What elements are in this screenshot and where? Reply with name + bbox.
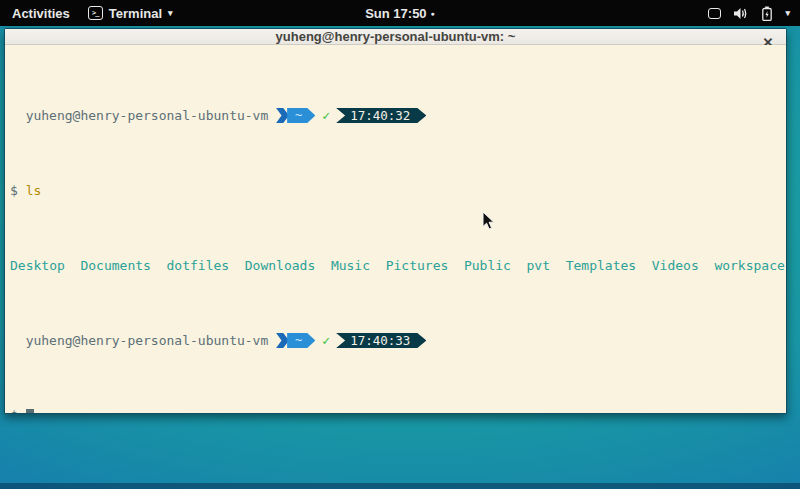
directory-name: Pictures xyxy=(386,258,449,273)
directory-name: dotfiles xyxy=(167,258,230,273)
window-titlebar[interactable]: yuheng@henry-personal-ubuntu-vm: ~ ✕ xyxy=(5,29,786,45)
directory-name: Documents xyxy=(80,258,150,273)
activities-button[interactable]: Activities xyxy=(12,6,70,21)
directory-name: Downloads xyxy=(245,258,315,273)
check-icon: ✓ xyxy=(315,108,336,123)
directory-name: Public xyxy=(464,258,511,273)
clock[interactable]: Sun 17:50 xyxy=(365,6,426,21)
system-status-area[interactable]: ▾ xyxy=(708,0,800,26)
prompt-user-host: yuheng@henry-personal-ubuntu-vm xyxy=(26,108,269,123)
prompt-line: yuheng@henry-personal-ubuntu-vm ~ ✓ 17:4… xyxy=(10,108,782,123)
desktop-wallpaper: yuheng@henry-personal-ubuntu-vm: ~ ✕ yuh… xyxy=(0,26,800,489)
directory-name: Templates xyxy=(566,258,636,273)
prompt-symbol: $ xyxy=(10,408,18,414)
battery-charging-icon xyxy=(762,6,772,21)
command-line: $ ls xyxy=(10,183,782,198)
system-menu-chevron-icon: ▾ xyxy=(785,9,790,18)
notification-dot-icon: ● xyxy=(431,10,435,17)
directory-name: Desktop xyxy=(10,258,65,273)
prompt-user-host: yuheng@henry-personal-ubuntu-vm xyxy=(26,333,269,348)
wallpaper-bottom-shade xyxy=(0,483,800,489)
terminal-app-icon: >_ xyxy=(88,6,103,20)
display-icon xyxy=(708,8,721,19)
command-text: ls xyxy=(26,183,42,198)
window-title: yuheng@henry-personal-ubuntu-vm: ~ xyxy=(276,29,516,44)
terminal-output[interactable]: yuheng@henry-personal-ubuntu-vm ~ ✓ 17:4… xyxy=(5,45,786,414)
directory-name: workspace xyxy=(714,258,784,273)
directory-listing: Desktop Documents dotfiles Downloads Mus… xyxy=(10,258,782,273)
prompt-cwd-segment: ~ xyxy=(287,333,315,348)
prompt-time-segment: 17:40:32 xyxy=(336,108,426,123)
current-input-line[interactable]: $ xyxy=(10,408,782,414)
top-bar: Activities >_ Terminal ▾ Sun 17:50 ● ▾ xyxy=(0,0,800,26)
directory-name: pvt xyxy=(527,258,550,273)
prompt-time-segment: 17:40:33 xyxy=(336,333,426,348)
app-menu-terminal[interactable]: >_ Terminal ▾ xyxy=(88,6,173,21)
directory-name: Music xyxy=(331,258,370,273)
prompt-cwd-segment: ~ xyxy=(287,108,315,123)
volume-icon xyxy=(734,7,749,20)
prompt-line: yuheng@henry-personal-ubuntu-vm ~ ✓ 17:4… xyxy=(10,333,782,348)
directory-name: Videos xyxy=(652,258,699,273)
check-icon: ✓ xyxy=(315,333,336,348)
prompt-symbol: $ xyxy=(10,183,18,198)
terminal-window: yuheng@henry-personal-ubuntu-vm: ~ ✕ yuh… xyxy=(4,28,787,414)
chevron-down-icon: ▾ xyxy=(168,9,173,18)
app-menu-label: Terminal xyxy=(109,6,162,21)
text-cursor xyxy=(26,409,34,415)
